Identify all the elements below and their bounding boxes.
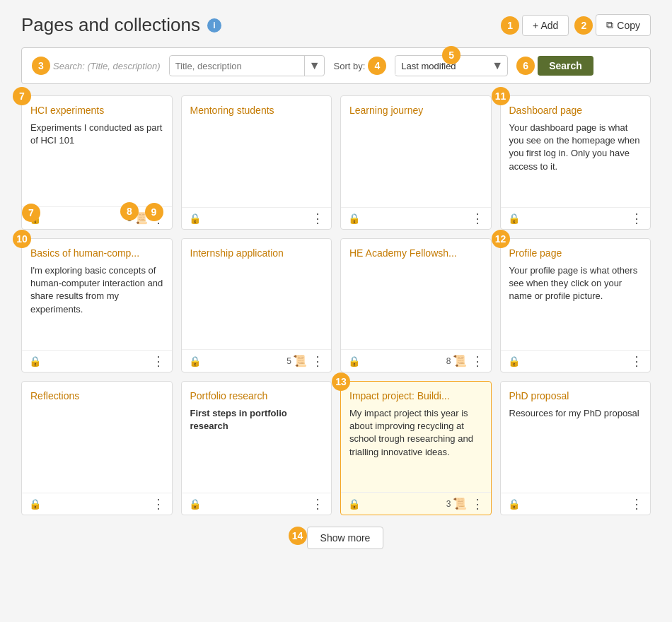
card-mentoring-students: Mentoring students 🔒 ⋮ (181, 95, 332, 230)
card-description: Resources for my PhD proposal (509, 407, 642, 420)
badge-7: 7 (22, 204, 40, 222)
lock-icon: 🔒 (508, 498, 520, 510)
card-body: HCI experiments Experiments I conducted … (22, 96, 172, 206)
more-options-icon[interactable]: ⋮ (152, 355, 165, 368)
card-profile-page: 12 Profile page Your profile page is wha… (500, 238, 651, 372)
search-hint: (Title, description) (87, 61, 160, 71)
card-body: Portfolio research First steps in portfo… (182, 382, 332, 493)
card-footer: 🔒 3 📜 ⋮ (341, 492, 491, 515)
show-more-button[interactable]: Show more (307, 527, 384, 549)
sort-label: Sort by: (333, 61, 365, 71)
badge-5: 5 (442, 46, 460, 64)
lock-icon: 🔒 (189, 213, 201, 224)
sort-arrow-icon: ▼ (487, 56, 507, 76)
count-badge: 8 📜 (446, 354, 467, 368)
card-title-link[interactable]: Portfolio research (190, 390, 268, 401)
lock-icon: 🔒 (189, 498, 201, 510)
card-title-link[interactable]: Dashboard page (509, 105, 583, 116)
card-footer: 🔒 ⋮ (501, 493, 651, 515)
card-title[interactable]: Profile page (509, 247, 642, 259)
card-hci-experiments: 7 HCI experiments Experiments I conducte… (21, 95, 173, 230)
card-footer: 🔒 ⋮ (501, 350, 651, 372)
search-input-wrapper: ▼ (169, 55, 325, 76)
add-button[interactable]: + Add (522, 15, 569, 36)
card-footer: 🔒 ⋮ (341, 207, 491, 229)
more-options-icon[interactable]: ⋮ (152, 498, 165, 510)
badge-6: 6 (516, 57, 535, 75)
more-options-icon[interactable]: ⋮ (630, 498, 643, 510)
info-icon[interactable]: i (207, 18, 221, 33)
card-basics-human-comp: 10 Basics of human-comp... I'm exploring… (21, 238, 173, 372)
card-phd-proposal: PhD proposal Resources for my PhD propos… (500, 381, 651, 515)
more-options-icon[interactable]: ⋮ (311, 212, 324, 225)
badge-4: 4 (368, 57, 386, 75)
card-learning-journey: Learning journey 🔒 ⋮ (340, 95, 492, 230)
lock-icon: 🔒 (29, 356, 41, 367)
card-title[interactable]: Basics of human-comp... (30, 247, 163, 259)
card-title[interactable]: Impact project: Buildi... (349, 390, 482, 401)
card-title[interactable]: Mentoring students (190, 105, 323, 116)
more-options-icon[interactable]: ⋮ (471, 498, 484, 510)
badge-9: 9 (145, 203, 163, 221)
card-body: Impact project: Buildi... My impact proj… (341, 382, 491, 492)
card-footer: 🔒 ⋮ (501, 207, 651, 229)
card-dashboard-page: 11 Dashboard page Your dashboard page is… (500, 95, 651, 230)
card-body: Reflections (22, 382, 172, 493)
sort-select[interactable]: Last modified Title Date created (395, 57, 487, 75)
card-impact-project: 13 Impact project: Buildi... My impact p… (340, 381, 492, 515)
card-title-link[interactable]: Learning journey (349, 105, 423, 116)
card-title[interactable]: HCI experiments (30, 105, 163, 116)
card-title[interactable]: Internship application (190, 247, 323, 259)
more-options-icon[interactable]: ⋮ (630, 355, 643, 368)
badge-3: 3 (32, 57, 50, 75)
card-title-link[interactable]: Impact project: Buildi... (349, 390, 450, 401)
badge-12: 12 (492, 230, 510, 248)
card-description: Experiments I conducted as part of HCI 1… (30, 122, 163, 147)
card-title[interactable]: Portfolio research (190, 390, 323, 401)
card-title[interactable]: Reflections (30, 390, 163, 401)
card-title-link[interactable]: PhD proposal (509, 390, 569, 401)
card-footer: 🔒 8 📜 ⋮ (341, 349, 491, 372)
card-body: Dashboard page Your dashboard page is wh… (501, 96, 651, 207)
card-title[interactable]: Learning journey (349, 105, 482, 116)
card-description: Your dashboard page is what you see on t… (509, 122, 642, 173)
search-button[interactable]: Search (538, 56, 593, 76)
card-title-link[interactable]: Internship application (190, 247, 284, 259)
copy-icon: ⧉ (606, 19, 613, 31)
more-options-icon[interactable]: ⋮ (311, 355, 324, 368)
card-title[interactable]: HE Academy Fellowsh... (349, 247, 482, 259)
search-dropdown-arrow[interactable]: ▼ (304, 56, 325, 76)
more-options-icon[interactable]: ⋮ (311, 498, 324, 510)
card-title[interactable]: Dashboard page (509, 105, 642, 116)
card-footer: 🔒 ⋮ (22, 350, 172, 372)
lock-icon: 🔒 (189, 356, 201, 367)
card-reflections: Reflections 🔒 ⋮ (21, 381, 173, 515)
lock-icon: 🔒 (348, 356, 360, 367)
sort-select-wrapper: 5 Last modified Title Date created ▼ (395, 55, 508, 76)
card-title-link[interactable]: Reflections (30, 390, 79, 401)
lock-icon: 🔒 (508, 213, 520, 224)
card-description: First steps in portfolio research (190, 407, 323, 433)
page-title: Pages and collections (21, 14, 200, 36)
badge-7: 7 (13, 87, 31, 105)
lock-icon: 🔒 (29, 498, 41, 510)
card-title-link[interactable]: Profile page (509, 247, 562, 259)
badge-11: 11 (492, 87, 510, 105)
card-title[interactable]: PhD proposal (509, 390, 642, 401)
card-title-link[interactable]: Mentoring students (190, 105, 274, 116)
card-body: Basics of human-comp... I'm exploring ba… (22, 239, 172, 350)
more-options-icon[interactable]: ⋮ (471, 212, 484, 225)
card-description: My impact project this year is about imp… (349, 407, 482, 459)
card-title-link[interactable]: HE Academy Fellowsh... (349, 247, 457, 259)
copy-button[interactable]: ⧉ Copy (596, 14, 651, 36)
more-options-icon[interactable]: ⋮ (471, 355, 484, 368)
card-title-link[interactable]: Basics of human-comp... (30, 247, 139, 259)
lock-icon: 🔒 (348, 498, 360, 510)
search-input[interactable] (170, 57, 304, 75)
card-footer: 7 🔒 8 3 📜 9 ⋮ (22, 206, 172, 229)
card-title-link[interactable]: HCI experiments (30, 105, 104, 116)
card-body: HE Academy Fellowsh... (341, 239, 491, 349)
count-badge: 5 📜 (286, 354, 307, 368)
card-description: I'm exploring basic concepts of human-co… (30, 264, 163, 316)
more-options-icon[interactable]: ⋮ (630, 212, 643, 225)
